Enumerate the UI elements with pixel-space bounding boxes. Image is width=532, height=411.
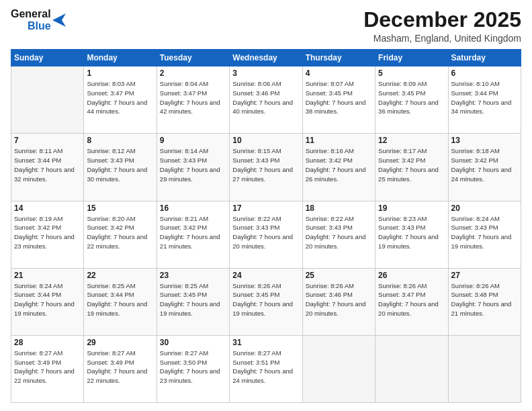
cell-w1-d4: 3 Sunrise: 8:06 AM Sunset: 3:46 PM Dayli… (230, 66, 302, 134)
day-info: Sunrise: 8:22 AM Sunset: 3:43 PM Dayligh… (232, 214, 299, 251)
day-number: 23 (160, 271, 226, 280)
sunrise-text: Sunrise: 8:22 AM (306, 215, 354, 222)
day-info: Sunrise: 8:24 AM Sunset: 3:43 PM Dayligh… (451, 214, 518, 251)
cell-w4-d2: 22 Sunrise: 8:25 AM Sunset: 3:44 PM Dayl… (84, 268, 157, 335)
day-number: 12 (378, 136, 445, 145)
header-thursday: Thursday (302, 50, 375, 66)
daylight-text: Daylight: 7 hours and 38 minutes. (306, 99, 366, 116)
cell-w5-d1: 28 Sunrise: 8:27 AM Sunset: 3:49 PM Dayl… (11, 335, 84, 402)
sunset-text: Sunset: 3:44 PM (14, 291, 61, 298)
sunrise-text: Sunrise: 8:27 AM (14, 349, 62, 357)
day-number: 16 (160, 203, 226, 213)
cell-w2-d1: 7 Sunrise: 8:11 AM Sunset: 3:44 PM Dayli… (11, 134, 84, 201)
day-number: 17 (232, 203, 299, 213)
logo: General Blue (11, 8, 66, 32)
daylight-text: Daylight: 7 hours and 19 minutes. (87, 300, 147, 317)
header-saturday: Saturday (448, 50, 521, 66)
cell-w5-d2: 29 Sunrise: 8:27 AM Sunset: 3:49 PM Dayl… (84, 335, 157, 402)
day-info: Sunrise: 8:26 AM Sunset: 3:48 PM Dayligh… (451, 281, 518, 318)
sunset-text: Sunset: 3:50 PM (160, 359, 207, 366)
day-number: 1 (87, 68, 153, 78)
cell-w2-d4: 10 Sunrise: 8:15 AM Sunset: 3:43 PM Dayl… (230, 134, 302, 201)
cell-w3-d2: 15 Sunrise: 8:20 AM Sunset: 3:42 PM Dayl… (84, 201, 157, 268)
day-info: Sunrise: 8:04 AM Sunset: 3:47 PM Dayligh… (160, 79, 226, 116)
daylight-text: Daylight: 7 hours and 23 minutes. (14, 233, 75, 250)
day-number: 3 (232, 68, 299, 78)
day-info: Sunrise: 8:19 AM Sunset: 3:42 PM Dayligh… (14, 214, 81, 251)
header-sunday: Sunday (11, 50, 84, 66)
day-info: Sunrise: 8:20 AM Sunset: 3:42 PM Dayligh… (87, 214, 153, 251)
cell-w5-d7 (448, 335, 521, 402)
day-info: Sunrise: 8:12 AM Sunset: 3:43 PM Dayligh… (87, 146, 153, 183)
day-number: 5 (378, 68, 445, 78)
sunset-text: Sunset: 3:43 PM (87, 156, 134, 164)
cell-w4-d6: 26 Sunrise: 8:26 AM Sunset: 3:47 PM Dayl… (375, 268, 448, 335)
sunset-text: Sunset: 3:45 PM (232, 291, 279, 298)
day-info: Sunrise: 8:24 AM Sunset: 3:44 PM Dayligh… (14, 281, 81, 318)
day-number: 15 (87, 203, 153, 213)
sunrise-text: Sunrise: 8:07 AM (306, 80, 354, 87)
sunset-text: Sunset: 3:48 PM (451, 291, 498, 298)
sunset-text: Sunset: 3:43 PM (378, 224, 425, 231)
day-number: 30 (160, 338, 226, 347)
sunset-text: Sunset: 3:47 PM (378, 291, 425, 298)
day-info: Sunrise: 8:16 AM Sunset: 3:42 PM Dayligh… (306, 146, 372, 183)
sunrise-text: Sunrise: 8:27 AM (87, 349, 135, 357)
day-number: 29 (87, 338, 153, 347)
cell-w5-d3: 30 Sunrise: 8:27 AM Sunset: 3:50 PM Dayl… (157, 335, 229, 402)
sunrise-text: Sunrise: 8:03 AM (87, 80, 135, 87)
day-number: 10 (232, 136, 299, 145)
sunset-text: Sunset: 3:49 PM (87, 359, 134, 366)
cell-w4-d3: 23 Sunrise: 8:25 AM Sunset: 3:45 PM Dayl… (157, 268, 229, 335)
sunrise-text: Sunrise: 8:20 AM (87, 215, 135, 222)
logo-bird-icon (52, 11, 66, 30)
cell-w1-d7: 6 Sunrise: 8:10 AM Sunset: 3:44 PM Dayli… (448, 66, 521, 134)
day-info: Sunrise: 8:15 AM Sunset: 3:43 PM Dayligh… (232, 146, 299, 183)
daylight-text: Daylight: 7 hours and 29 minutes. (160, 166, 220, 183)
daylight-text: Daylight: 7 hours and 34 minutes. (451, 99, 512, 116)
sunrise-text: Sunrise: 8:24 AM (14, 282, 62, 289)
sunset-text: Sunset: 3:43 PM (232, 224, 279, 231)
day-info: Sunrise: 8:26 AM Sunset: 3:45 PM Dayligh… (232, 281, 299, 318)
sunrise-text: Sunrise: 8:26 AM (378, 282, 427, 289)
day-info: Sunrise: 8:27 AM Sunset: 3:49 PM Dayligh… (14, 349, 81, 385)
day-number: 8 (87, 136, 153, 145)
daylight-text: Daylight: 7 hours and 21 minutes. (160, 233, 220, 250)
daylight-text: Daylight: 7 hours and 26 minutes. (306, 166, 366, 183)
cell-w3-d3: 16 Sunrise: 8:21 AM Sunset: 3:42 PM Dayl… (157, 201, 229, 268)
daylight-text: Daylight: 7 hours and 27 minutes. (232, 166, 293, 183)
sunrise-text: Sunrise: 8:17 AM (378, 147, 427, 154)
calendar-header-row: SundayMondayTuesdayWednesdayThursdayFrid… (11, 50, 521, 66)
day-info: Sunrise: 8:27 AM Sunset: 3:49 PM Dayligh… (87, 349, 153, 385)
day-number: 14 (14, 203, 81, 213)
cell-w4-d1: 21 Sunrise: 8:24 AM Sunset: 3:44 PM Dayl… (11, 268, 84, 335)
day-number: 27 (451, 271, 518, 280)
day-number: 21 (14, 271, 81, 280)
sunset-text: Sunset: 3:43 PM (306, 224, 353, 231)
day-info: Sunrise: 8:26 AM Sunset: 3:47 PM Dayligh… (378, 281, 445, 318)
daylight-text: Daylight: 7 hours and 19 minutes. (232, 300, 293, 317)
sunset-text: Sunset: 3:43 PM (451, 224, 498, 231)
sunrise-text: Sunrise: 8:26 AM (232, 282, 281, 289)
daylight-text: Daylight: 7 hours and 19 minutes. (160, 300, 220, 317)
cell-w2-d7: 13 Sunrise: 8:18 AM Sunset: 3:42 PM Dayl… (448, 134, 521, 201)
sunrise-text: Sunrise: 8:25 AM (87, 282, 135, 289)
day-number: 25 (306, 271, 372, 280)
daylight-text: Daylight: 7 hours and 24 minutes. (232, 367, 293, 384)
location: Masham, England, United Kingdom (363, 33, 521, 44)
sunrise-text: Sunrise: 8:19 AM (14, 215, 62, 222)
sunset-text: Sunset: 3:42 PM (14, 224, 61, 231)
month-title: December 2025 (363, 8, 521, 32)
day-number: 13 (451, 136, 518, 145)
day-number: 2 (160, 68, 226, 78)
cell-w3-d5: 18 Sunrise: 8:22 AM Sunset: 3:43 PM Dayl… (302, 201, 375, 268)
week-row-2: 7 Sunrise: 8:11 AM Sunset: 3:44 PM Dayli… (11, 134, 521, 201)
cell-w1-d3: 2 Sunrise: 8:04 AM Sunset: 3:47 PM Dayli… (157, 66, 229, 134)
sunset-text: Sunset: 3:45 PM (378, 89, 425, 97)
day-info: Sunrise: 8:09 AM Sunset: 3:45 PM Dayligh… (378, 79, 445, 116)
day-number: 28 (14, 338, 81, 347)
daylight-text: Daylight: 7 hours and 21 minutes. (451, 300, 512, 317)
sunrise-text: Sunrise: 8:09 AM (378, 80, 427, 87)
week-row-1: 1 Sunrise: 8:03 AM Sunset: 3:47 PM Dayli… (11, 66, 521, 134)
daylight-text: Daylight: 7 hours and 44 minutes. (87, 99, 147, 116)
